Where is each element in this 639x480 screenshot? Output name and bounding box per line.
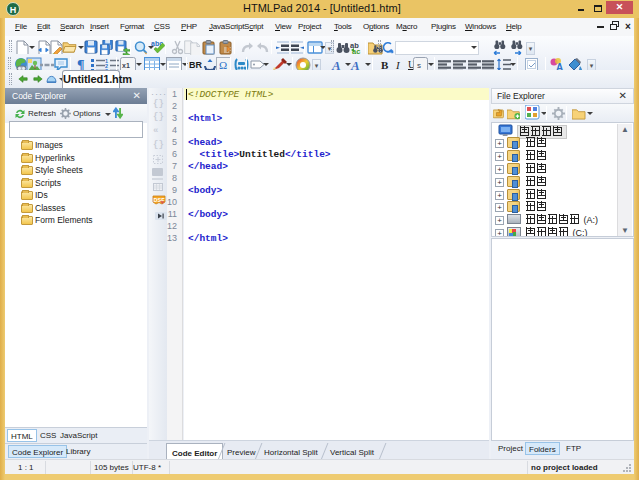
svg-text:s: s [417, 61, 421, 70]
svg-text:x1: x1 [122, 62, 130, 69]
svg-text:I: I [395, 59, 401, 70]
svg-text:BR: BR [189, 60, 202, 70]
svg-text:H: H [10, 5, 17, 15]
svg-text:Ω: Ω [219, 59, 227, 70]
svg-text:¶: ¶ [77, 58, 85, 70]
svg-text:A: A [350, 58, 360, 70]
svg-text:B: B [381, 59, 389, 70]
svg-text:A: A [556, 62, 563, 70]
svg-text:A: A [331, 58, 341, 70]
